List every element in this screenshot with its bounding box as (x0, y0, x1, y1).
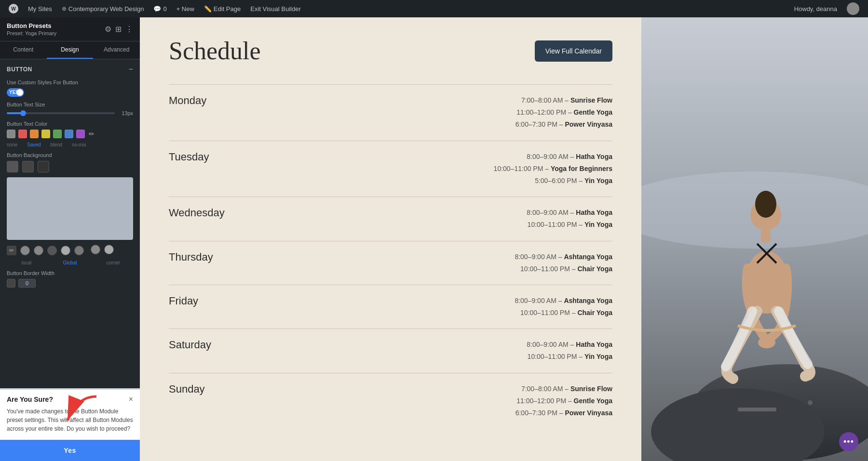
bg-label: Button Background (7, 152, 133, 158)
yoga-person-svg (641, 17, 868, 461)
bg-swatch-1[interactable] (7, 161, 18, 172)
confirm-body: You've made changes to the Button Module… (0, 407, 140, 440)
edit-icon: ✏️ (204, 5, 212, 13)
border-swatch-2[interactable] (34, 246, 43, 255)
custom-styles-toggle-row: YES (7, 88, 133, 97)
svg-rect-8 (761, 228, 771, 243)
border-swatch-6[interactable] (91, 245, 100, 254)
color-label-none: none (7, 142, 17, 147)
border-swatch-3[interactable] (47, 246, 57, 255)
color-swatch-orange[interactable] (30, 130, 39, 138)
day-name: Saturday (169, 339, 246, 351)
bg-row (7, 161, 133, 172)
color-label-blend: blend (51, 142, 62, 147)
color-swatch-blue[interactable] (65, 130, 73, 138)
day-classes: 7:00–8:00 AM – Sunrise Flow11:00–12:00 P… (515, 94, 612, 131)
custom-styles-toggle[interactable]: YES (7, 88, 24, 97)
toggle-yes-label: YES (9, 90, 19, 95)
tab-design[interactable]: Design (47, 41, 94, 59)
more-icon[interactable]: ⋮ (125, 25, 133, 34)
svg-rect-13 (738, 408, 776, 411)
exit-builder-item[interactable]: Exit Visual Builder (246, 0, 305, 17)
text-color-swatches: ✏ (7, 130, 133, 138)
text-size-value: 13px (119, 110, 133, 116)
panel-tabs: Content Design Advanced (0, 41, 140, 59)
panel-header-icons: ⚙ ⊞ ⋮ (105, 25, 133, 34)
text-size-slider-row: 13px (7, 110, 133, 116)
color-swatch-gray[interactable] (7, 130, 15, 138)
color-label-saved[interactable]: Saved (27, 142, 41, 147)
new-label: + New (176, 5, 194, 13)
day-class-item: 10:00–11:00 PM – Yoga for Beginners (494, 163, 612, 175)
border-swatch-5[interactable] (74, 246, 84, 255)
wp-logo-item[interactable]: W (5, 0, 22, 17)
new-item[interactable]: + New (173, 0, 198, 17)
border-width-row (7, 279, 133, 288)
day-name: Monday (169, 94, 246, 107)
svg-point-7 (755, 191, 776, 218)
edit-page-item[interactable]: ✏️ Edit Page (200, 0, 244, 17)
color-swatch-yellow[interactable] (41, 130, 50, 138)
site-name-item[interactable]: ⊕ Contemporary Web Design (58, 0, 148, 17)
day-classes: 8:00–9:00 AM – Hatha Yoga10:00–11:00 PM … (527, 207, 612, 231)
day-class-item: 8:00–9:00 AM – Ashtanga Yoga (515, 251, 612, 263)
exit-builder-label: Exit Visual Builder (250, 5, 301, 13)
site-name-label: Contemporary Web Design (68, 5, 144, 13)
day-class-item: 7:00–8:00 AM – Sunrise Flow (515, 94, 612, 106)
tab-content[interactable]: Content (0, 41, 47, 59)
day-class-item: 8:00–9:00 AM – Hatha Yoga (494, 151, 612, 163)
confirm-close-button[interactable]: × (129, 395, 133, 403)
day-class-item: 10:00–11:00 PM – Chair Yoga (515, 307, 612, 319)
day-name: Thursday (169, 251, 246, 263)
day-class-item: 8:00–9:00 AM – Hatha Yoga (527, 207, 612, 219)
view-full-calendar-button[interactable]: View Full Calendar (535, 40, 612, 62)
bg-swatch-2[interactable] (22, 161, 34, 172)
day-class-item: 5:00–6:00 PM – Yin Yoga (494, 175, 612, 187)
site-icon: ⊕ (62, 5, 67, 12)
day-class-item: 10:00–11:00 PM – Yin Yoga (527, 219, 612, 231)
schedule-days-container: Monday7:00–8:00 AM – Sunrise Flow11:00–1… (169, 84, 612, 429)
avatar-item[interactable] (843, 0, 863, 17)
border-swatch-1[interactable] (20, 246, 30, 255)
color-swatch-red[interactable] (18, 130, 27, 138)
color-swatch-green[interactable] (53, 130, 62, 138)
confirm-header: Are You Sure? × (0, 390, 140, 407)
day-class-item: 8:00–9:00 AM – Ashtanga Yoga (515, 295, 612, 307)
edit-page-label: Edit Page (214, 5, 241, 13)
confirm-yes-button[interactable]: Yes (0, 440, 140, 461)
admin-bar: W My Sites ⊕ Contemporary Web Design 💬 0… (0, 0, 868, 17)
day-class-item: 6:00–7:30 PM – Power Vinyasa (515, 119, 612, 131)
confirm-text: You've made changes to the Button Module… (7, 407, 133, 433)
text-size-thumb[interactable] (20, 110, 26, 116)
svg-point-9 (758, 337, 775, 348)
text-size-label: Button Text Size (7, 102, 133, 107)
bg-swatch-3[interactable] (38, 161, 49, 172)
comments-item[interactable]: 💬 0 (149, 0, 170, 17)
left-panel: Button Presets Preset: Yoga Primary ⚙ ⊞ … (0, 17, 140, 461)
border-width-input[interactable] (18, 279, 36, 288)
panel-title: Button Presets (7, 22, 56, 29)
my-sites-item[interactable]: My Sites (24, 0, 56, 17)
day-classes: 7:00–8:00 AM – Sunrise Flow11:00–12:00 P… (515, 383, 612, 420)
comments-count: 0 (163, 5, 166, 13)
howdy-text: Howdy, deanna (790, 5, 841, 13)
button-section-title: Button (7, 66, 32, 73)
right-content: Schedule View Full Calendar Monday7:00–8… (140, 17, 868, 461)
day-class-item: 10:00–11:00 PM – Chair Yoga (515, 263, 612, 275)
day-name: Wednesday (169, 207, 246, 219)
fab-button[interactable]: ••• (839, 432, 858, 451)
settings-icon[interactable]: ⚙ (105, 25, 111, 34)
text-size-track[interactable] (7, 112, 115, 114)
border-swatch-7[interactable] (104, 245, 114, 254)
color-swatch-purple[interactable] (76, 130, 85, 138)
border-swatch-4[interactable] (61, 246, 70, 255)
schedule-day: Tuesday8:00–9:00 AM – Hatha Yoga10:00–11… (169, 141, 612, 197)
custom-styles-label: Use Custom Styles For Button (7, 79, 133, 85)
schedule-title: Schedule (169, 37, 261, 65)
collapse-icon[interactable]: − (129, 65, 133, 74)
border-style-icon-1[interactable]: ✏ (7, 246, 16, 255)
layout-icon[interactable]: ⊞ (115, 25, 122, 34)
tab-advanced[interactable]: Advanced (93, 41, 140, 59)
border-color-swatch[interactable] (7, 279, 15, 288)
color-picker-icon[interactable]: ✏ (89, 130, 95, 138)
